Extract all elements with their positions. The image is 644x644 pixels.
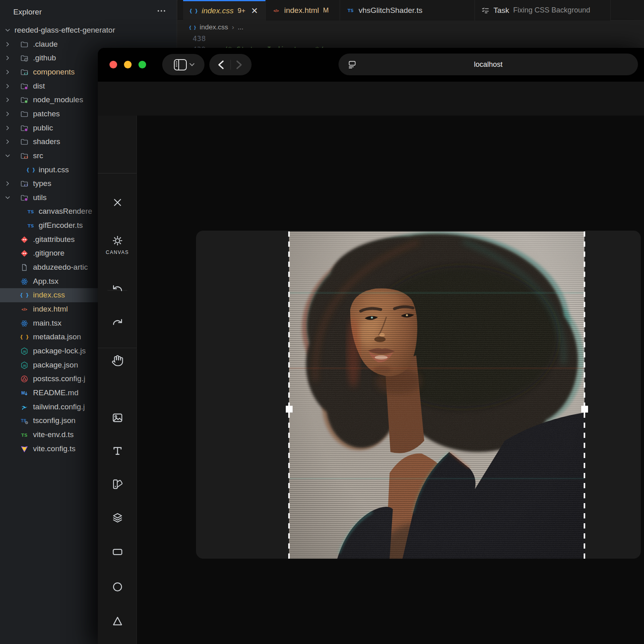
divider (98, 173, 137, 173)
svg-text:M: M (21, 390, 25, 395)
svg-text:{ }: { } (190, 8, 198, 14)
tree-folder-reeded-glass-effect-generator[interactable]: reeded-glass-effect-generator (0, 23, 177, 37)
triangle-tool-button[interactable] (98, 612, 137, 630)
item-label: patches (33, 109, 60, 118)
item-label: package-lock.js (33, 347, 86, 355)
folder-icon (20, 194, 29, 202)
item-label: index.html (33, 305, 68, 314)
browser-window: localhost Abduzeedo Editor CANVAS (98, 48, 644, 644)
hand-tool-button[interactable] (98, 352, 137, 369)
folder-icon (20, 96, 29, 104)
breadcrumb-chevron: › (232, 23, 234, 31)
close-tool-button[interactable] (98, 194, 137, 211)
item-label: package.json (33, 361, 78, 369)
canvas-panel[interactable] (196, 231, 641, 559)
browser-titlebar: localhost (98, 48, 644, 82)
tab-vhsglitchshader-ts[interactable]: TSvhsGlitchShader.ts (340, 0, 475, 21)
ellipse-tool-button[interactable] (98, 578, 137, 596)
resize-handle-left[interactable] (286, 406, 293, 413)
tailwind-icon (20, 403, 29, 411)
breadcrumb-ellipsis[interactable]: ... (238, 23, 244, 31)
ts-icon: TS (20, 431, 29, 439)
undo-tool-button[interactable] (98, 279, 137, 297)
item-label: .gitignore (33, 249, 64, 258)
chevron-down-icon (4, 27, 11, 34)
line-number: 438 (189, 34, 206, 43)
tab-task[interactable]: TaskFixing CSS Background (475, 0, 611, 21)
editor-tab-bar: { }index.css9+✕</>index.htmlMTSvhsGlitch… (178, 0, 644, 21)
item-label: metadata.json (33, 332, 81, 341)
selection-edge-left (288, 231, 290, 559)
tab-label: Task (493, 6, 509, 15)
ts-icon: TS (347, 6, 355, 14)
svg-text:TS: TS (21, 432, 28, 438)
item-label: utils (33, 193, 47, 202)
react-icon (20, 277, 29, 286)
chevron-right-icon (4, 41, 11, 48)
item-label: shaders (33, 137, 60, 146)
css-braces-icon: { } (189, 24, 196, 31)
svg-text:{ }: { } (20, 293, 29, 298)
app-body: CANVAS (98, 116, 644, 644)
chevron-right-icon (4, 138, 11, 145)
folder-icon (20, 40, 29, 49)
folder-icon (20, 138, 29, 146)
tab-index-css[interactable]: { }index.css9+✕ (183, 0, 266, 21)
chevron-right-icon (4, 180, 11, 187)
chevron-right-icon (4, 68, 11, 76)
page-format-icon[interactable] (347, 60, 357, 69)
tab-index-html[interactable]: </>index.htmlM (266, 0, 340, 21)
braces-icon: { } (20, 291, 29, 299)
tab-sublabel: Fixing CSS Background (513, 6, 590, 14)
item-label: .github (33, 54, 56, 62)
svg-text:</>: </> (273, 8, 279, 12)
react-icon (20, 319, 29, 328)
chevron-down-icon (4, 194, 11, 201)
redo-tool-button[interactable] (98, 313, 137, 331)
item-label: App.tsx (33, 277, 58, 286)
explorer-more-icon[interactable] (156, 6, 167, 18)
braces-icon: { } (190, 7, 198, 15)
canvas-tool-button[interactable] (98, 232, 137, 250)
svg-text:TS: TS (347, 8, 353, 13)
svg-text:{ }: { } (189, 25, 196, 30)
tab-label: index.css (202, 6, 233, 15)
item-label: vite.config.ts (33, 444, 76, 453)
git-icon (20, 249, 29, 258)
swatches-tool-button[interactable] (98, 475, 137, 493)
folder-icon (20, 82, 29, 91)
text-tool-button[interactable] (98, 442, 137, 460)
breadcrumb[interactable]: { } index.css › ... (178, 21, 644, 34)
markdown-icon: M (20, 389, 29, 397)
canvas-photo-object[interactable] (289, 231, 584, 559)
item-label: README.md (33, 388, 78, 397)
breadcrumb-file[interactable]: index.css (200, 23, 228, 31)
sidebar-toggle-button[interactable] (162, 54, 204, 75)
explorer-title: Explorer (13, 8, 42, 17)
resize-handle-right[interactable] (581, 406, 588, 413)
vhs-portrait-image (289, 231, 584, 559)
tab-badge: 9+ (237, 7, 245, 15)
folder-icon (20, 152, 29, 160)
folder-icon (20, 110, 29, 118)
chevron-right-icon (4, 54, 11, 62)
selection-edge-right (584, 231, 585, 559)
layers-tool-button[interactable] (98, 509, 137, 526)
image-tool-button[interactable] (98, 409, 137, 427)
url-text[interactable]: localhost (474, 60, 502, 69)
divider (98, 348, 137, 348)
item-label: components (33, 68, 75, 76)
close-window-button[interactable] (109, 61, 117, 68)
chevron-right-icon (4, 96, 11, 103)
minimize-window-button[interactable] (124, 61, 132, 68)
item-label: main.tsx (33, 319, 62, 328)
zoom-window-button[interactable] (138, 61, 146, 68)
chevron-right-icon (4, 83, 11, 90)
close-tab-icon[interactable]: ✕ (251, 6, 258, 16)
app-header: Abduzeedo Editor (98, 82, 644, 116)
rectangle-tool-button[interactable] (98, 543, 137, 561)
url-bar[interactable]: localhost (339, 54, 638, 75)
code-line-438[interactable]: 438 (178, 34, 644, 45)
item-label: tailwind.config.j (33, 402, 85, 411)
vite-icon (20, 445, 29, 453)
